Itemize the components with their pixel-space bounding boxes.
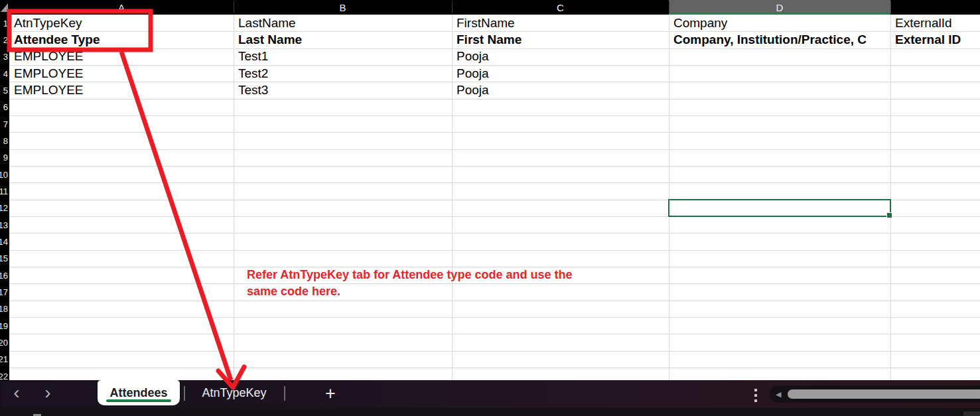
cell-label: Company, Institution/Practice, C xyxy=(673,33,867,47)
cell[interactable]: Refer AtnTypeKey tab for Attendee type c… xyxy=(247,267,572,283)
row-header[interactable]: 1 xyxy=(0,15,9,31)
cell[interactable]: Company, Institution/Practice, C xyxy=(673,31,867,48)
row-header-label: 16 xyxy=(0,270,8,280)
cell[interactable]: same code here. xyxy=(247,283,340,300)
sheet-tab-atntypekey[interactable]: AtnTypeKey xyxy=(187,380,281,405)
row-header-label: 21 xyxy=(0,354,8,364)
cell[interactable]: Last Name xyxy=(238,31,302,48)
cell[interactable]: AtnTypeKey xyxy=(14,15,82,31)
cell[interactable]: Test1 xyxy=(238,48,268,65)
cell[interactable]: Test2 xyxy=(238,65,268,82)
cell-label: Pooja xyxy=(456,49,489,64)
row-header[interactable]: 2 xyxy=(0,31,9,48)
cell-label: FirstName xyxy=(456,16,515,31)
row-header[interactable]: 21 xyxy=(0,351,9,368)
excel-window: ABCD12345678910111213141516171819202122A… xyxy=(0,0,980,416)
row-header-label: 13 xyxy=(0,220,8,230)
prev-sheet-button[interactable]: ‹ xyxy=(7,382,27,406)
row-header[interactable]: 15 xyxy=(0,250,9,267)
next-sheet-button[interactable]: › xyxy=(38,382,58,406)
cell-label: AtnTypeKey xyxy=(14,16,82,31)
cell-label: Test1 xyxy=(238,49,268,64)
cell[interactable]: EMPLOYEE xyxy=(14,48,84,65)
row-header[interactable]: 4 xyxy=(0,65,9,82)
row-header[interactable]: 3 xyxy=(0,48,9,65)
gridline xyxy=(669,15,669,380)
row-header[interactable]: 6 xyxy=(0,99,9,115)
cell[interactable]: FirstName xyxy=(456,15,515,31)
gridline xyxy=(0,166,980,167)
cell-label: Test3 xyxy=(238,83,268,98)
row-header[interactable]: 14 xyxy=(0,233,9,249)
column-header-b[interactable]: B xyxy=(234,0,452,15)
cell[interactable]: EMPLOYEE xyxy=(14,65,84,82)
horizontal-scrollbar[interactable]: ◀ xyxy=(770,385,980,403)
column-header-a[interactable]: A xyxy=(9,0,234,15)
cell-label: Last Name xyxy=(238,33,302,47)
row-header[interactable]: 22 xyxy=(0,368,9,380)
row-header-label: 10 xyxy=(0,169,8,179)
row-header-label: 17 xyxy=(0,287,8,297)
scroll-left-icon[interactable]: ◀ xyxy=(776,385,781,403)
sheet-tab-bar: ‹ › Attendees AtnTypeKey + ◀ xyxy=(0,380,980,408)
column-header-separator xyxy=(452,1,453,13)
sheet-tab-label: AtnTypeKey xyxy=(202,386,266,400)
gridline xyxy=(0,233,980,234)
cell[interactable]: LastName xyxy=(238,15,296,31)
sheet-tab-attendees[interactable]: Attendees xyxy=(98,380,180,405)
cell[interactable]: Company xyxy=(673,15,727,31)
kebab-menu-icon[interactable] xyxy=(752,389,760,403)
taskbar-fragment xyxy=(963,411,980,416)
row-header-label: 20 xyxy=(0,337,8,347)
row-header[interactable]: 16 xyxy=(0,267,9,283)
cell[interactable]: Pooja xyxy=(456,48,489,65)
cell[interactable]: External ID xyxy=(895,31,961,48)
fill-handle[interactable] xyxy=(886,212,892,218)
gridline xyxy=(0,317,980,318)
gridline xyxy=(0,182,980,183)
column-header-d-label: D xyxy=(776,2,784,13)
cell[interactable]: Pooja xyxy=(456,82,489,98)
row-header-label: 3 xyxy=(3,52,8,62)
gridline xyxy=(0,368,980,368)
cell[interactable]: ExternalId xyxy=(895,15,952,31)
select-all-corner[interactable] xyxy=(0,0,9,15)
gridline xyxy=(0,82,980,82)
row-header[interactable]: 18 xyxy=(0,301,9,317)
cell[interactable]: EMPLOYEE xyxy=(14,82,84,98)
scrollbar-thumb[interactable] xyxy=(788,389,980,399)
row-header-label: 8 xyxy=(3,135,8,145)
row-header-label: 14 xyxy=(0,236,8,246)
row-header[interactable]: 17 xyxy=(0,283,9,300)
row-header[interactable]: 20 xyxy=(0,334,9,350)
row-header[interactable]: 19 xyxy=(0,317,9,334)
row-header[interactable]: 5 xyxy=(0,82,9,98)
column-header-separator xyxy=(234,1,234,13)
row-header[interactable]: 13 xyxy=(0,216,9,233)
row-header-label: 9 xyxy=(3,153,8,163)
row-header[interactable]: 10 xyxy=(0,166,9,182)
row-header-label: 19 xyxy=(0,320,8,330)
row-header-label: 11 xyxy=(0,186,8,196)
row-header[interactable]: 9 xyxy=(0,149,9,166)
row-header[interactable]: 7 xyxy=(0,115,9,132)
row-header[interactable]: 12 xyxy=(0,200,9,216)
column-header-b-label: B xyxy=(339,2,346,13)
column-header-e[interactable] xyxy=(890,0,980,15)
row-header-label: 5 xyxy=(3,85,8,95)
row-header[interactable]: 8 xyxy=(0,132,9,149)
cell[interactable]: First Name xyxy=(456,31,522,48)
column-header-d[interactable]: D xyxy=(669,0,890,15)
cell-label: EMPLOYEE xyxy=(14,49,84,64)
row-header[interactable]: 11 xyxy=(0,182,9,199)
column-header-c[interactable]: C xyxy=(452,0,669,15)
selected-cell[interactable] xyxy=(668,199,891,217)
gridline xyxy=(0,48,980,49)
add-sheet-button[interactable]: + xyxy=(318,380,342,407)
row-header-label: 18 xyxy=(0,304,8,314)
cell-label: First Name xyxy=(456,33,522,47)
cell[interactable]: Test3 xyxy=(238,82,268,98)
cell[interactable]: Attendee Type xyxy=(14,31,100,48)
active-tab-underline xyxy=(106,399,171,402)
cell[interactable]: Pooja xyxy=(456,65,489,82)
